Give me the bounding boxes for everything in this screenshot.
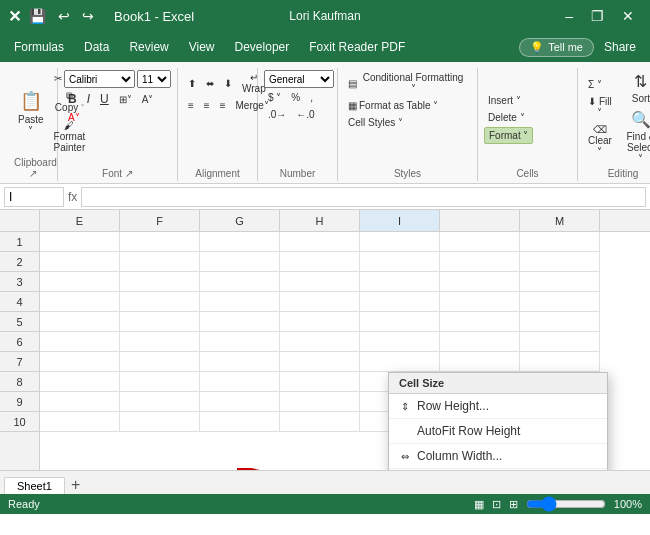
col-header-e[interactable]: E bbox=[40, 210, 120, 231]
fill-color-btn[interactable]: A˅ bbox=[138, 92, 158, 107]
row-header-7[interactable]: 7 bbox=[0, 352, 39, 372]
menu-view[interactable]: View bbox=[179, 36, 225, 58]
cell-g6[interactable] bbox=[200, 332, 280, 352]
cell-g2[interactable] bbox=[200, 252, 280, 272]
menu-foxit[interactable]: Foxit Reader PDF bbox=[299, 36, 415, 58]
col-header-f[interactable]: F bbox=[120, 210, 200, 231]
top-align-btn[interactable]: ⬆ bbox=[184, 76, 200, 91]
format-btn[interactable]: Format ˅ bbox=[484, 127, 533, 144]
cell-e7[interactable] bbox=[40, 352, 120, 372]
cell-h7[interactable] bbox=[280, 352, 360, 372]
view-preview-icon[interactable]: ⊞ bbox=[509, 498, 518, 511]
menu-data[interactable]: Data bbox=[74, 36, 119, 58]
cell-i5[interactable] bbox=[360, 312, 440, 332]
name-box[interactable] bbox=[4, 187, 64, 207]
zoom-slider[interactable] bbox=[526, 498, 606, 510]
cell-i3[interactable] bbox=[360, 272, 440, 292]
row-header-8[interactable]: 8 bbox=[0, 372, 39, 392]
cell-k3[interactable] bbox=[520, 272, 600, 292]
cell-f5[interactable] bbox=[120, 312, 200, 332]
cell-j3[interactable] bbox=[440, 272, 520, 292]
cell-k6[interactable] bbox=[520, 332, 600, 352]
save-quick-btn[interactable]: 💾 bbox=[25, 6, 50, 26]
cell-h9[interactable] bbox=[280, 392, 360, 412]
cell-g1[interactable] bbox=[200, 232, 280, 252]
insert-btn[interactable]: Insert ˅ bbox=[484, 93, 533, 108]
cell-g3[interactable] bbox=[200, 272, 280, 292]
redo-quick-btn[interactable]: ↪ bbox=[78, 6, 98, 26]
fill-btn[interactable]: ⬇ Fill ˅ bbox=[584, 94, 616, 120]
sheet-tab-1[interactable]: Sheet1 bbox=[4, 477, 65, 494]
format-as-table-btn[interactable]: ▦ Format as Table ˅ bbox=[344, 98, 471, 113]
left-align-btn[interactable]: ≡ bbox=[184, 98, 198, 113]
paste-btn[interactable]: 📋 Paste ˅ bbox=[14, 88, 48, 138]
menu-formulas[interactable]: Formulas bbox=[4, 36, 74, 58]
increase-decimal-btn[interactable]: .0→ bbox=[264, 107, 290, 122]
restore-btn[interactable]: ❐ bbox=[583, 6, 612, 26]
cell-j2[interactable] bbox=[440, 252, 520, 272]
conditional-formatting-btn[interactable]: ▤ Conditional Formatting ˅ bbox=[344, 70, 471, 96]
cell-j5[interactable] bbox=[440, 312, 520, 332]
autosum-btn[interactable]: Σ ˅ bbox=[584, 77, 616, 92]
cell-e2[interactable] bbox=[40, 252, 120, 272]
cell-e6[interactable] bbox=[40, 332, 120, 352]
bot-align-btn[interactable]: ⬇ bbox=[220, 76, 236, 91]
clear-btn[interactable]: ⌫ Clear ˅ bbox=[584, 122, 616, 159]
menu-review[interactable]: Review bbox=[119, 36, 178, 58]
cell-i2[interactable] bbox=[360, 252, 440, 272]
cell-g4[interactable] bbox=[200, 292, 280, 312]
cell-e4[interactable] bbox=[40, 292, 120, 312]
cell-g5[interactable] bbox=[200, 312, 280, 332]
cell-h1[interactable] bbox=[280, 232, 360, 252]
italic-btn[interactable]: I bbox=[83, 90, 94, 108]
font-size-select[interactable]: 11 bbox=[137, 70, 171, 88]
right-align-btn[interactable]: ≡ bbox=[216, 98, 230, 113]
percent-btn[interactable]: % bbox=[287, 90, 304, 105]
col-width-item[interactable]: ⇔ Column Width... bbox=[389, 444, 607, 469]
row-header-4[interactable]: 4 bbox=[0, 292, 39, 312]
cell-e9[interactable] bbox=[40, 392, 120, 412]
cell-i7[interactable] bbox=[360, 352, 440, 372]
cell-h6[interactable] bbox=[280, 332, 360, 352]
tell-me-box[interactable]: 💡 Tell me bbox=[519, 38, 594, 57]
row-height-item[interactable]: ⇕ Row Height... bbox=[389, 394, 607, 419]
cell-g9[interactable] bbox=[200, 392, 280, 412]
bold-btn[interactable]: B bbox=[64, 90, 81, 108]
col-header-i[interactable]: I bbox=[360, 210, 440, 231]
share-btn[interactable]: Share bbox=[594, 36, 646, 58]
number-format-select[interactable]: General bbox=[264, 70, 334, 88]
cell-j6[interactable] bbox=[440, 332, 520, 352]
col-header-h[interactable]: H bbox=[280, 210, 360, 231]
delete-btn[interactable]: Delete ˅ bbox=[484, 110, 533, 125]
view-layout-icon[interactable]: ⊡ bbox=[492, 498, 501, 511]
cell-f9[interactable] bbox=[120, 392, 200, 412]
cell-f10[interactable] bbox=[120, 412, 200, 432]
cell-f3[interactable] bbox=[120, 272, 200, 292]
cell-h2[interactable] bbox=[280, 252, 360, 272]
row-header-3[interactable]: 3 bbox=[0, 272, 39, 292]
find-select-btn[interactable]: 🔍 Find & Select ˅ bbox=[620, 108, 650, 166]
cell-f8[interactable] bbox=[120, 372, 200, 392]
cell-f6[interactable] bbox=[120, 332, 200, 352]
col-header-j[interactable] bbox=[440, 210, 520, 231]
view-normal-icon[interactable]: ▦ bbox=[474, 498, 484, 511]
formula-input[interactable] bbox=[81, 187, 646, 207]
cell-k2[interactable] bbox=[520, 252, 600, 272]
cell-e8[interactable] bbox=[40, 372, 120, 392]
cell-i6[interactable] bbox=[360, 332, 440, 352]
cell-h10[interactable] bbox=[280, 412, 360, 432]
cell-e1[interactable] bbox=[40, 232, 120, 252]
cell-j7[interactable] bbox=[440, 352, 520, 372]
cell-k5[interactable] bbox=[520, 312, 600, 332]
col-header-g[interactable]: G bbox=[200, 210, 280, 231]
autofit-row-item[interactable]: AutoFit Row Height bbox=[389, 419, 607, 444]
menu-developer[interactable]: Developer bbox=[225, 36, 300, 58]
undo-quick-btn[interactable]: ↩ bbox=[54, 6, 74, 26]
col-header-m[interactable]: M bbox=[520, 210, 600, 231]
mid-align-btn[interactable]: ⬌ bbox=[202, 76, 218, 91]
center-align-btn[interactable]: ≡ bbox=[200, 98, 214, 113]
row-header-9[interactable]: 9 bbox=[0, 392, 39, 412]
close-btn[interactable]: ✕ bbox=[614, 6, 642, 26]
minimize-btn[interactable]: – bbox=[557, 6, 581, 26]
add-sheet-btn[interactable]: + bbox=[65, 476, 86, 494]
